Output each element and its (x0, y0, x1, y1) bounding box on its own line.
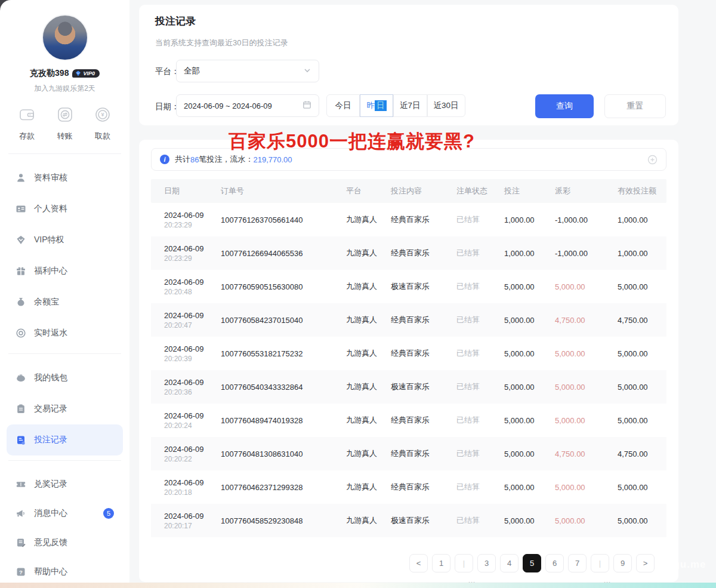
sidebar-item-help-center[interactable]: ? 帮助中心 (7, 557, 123, 586)
order-number: 1007760489474019328 (221, 416, 346, 425)
page-button-9[interactable]: 9 (613, 554, 632, 572)
table-row: 2024-06-0920:20:17 1007760458529230848 九… (151, 504, 666, 537)
withdraw-icon: ¥ (94, 106, 112, 126)
sidebar-item-prize-records[interactable]: 兑奖记录 (7, 469, 123, 498)
join-days-text: 加入九游娱乐第2天 (0, 84, 129, 94)
range-7days-button[interactable]: 近7日 (393, 94, 427, 117)
table-row: 2024-06-0920:23:29 1007761266944065536 九… (151, 236, 666, 270)
range-yesterday-button[interactable]: 昨日 (360, 94, 393, 117)
payout-value: 5,000.00 (555, 383, 618, 392)
query-button[interactable]: 查询 (535, 94, 594, 118)
date-range-shortcuts: 今日 昨日 近7日 近30日 (326, 94, 465, 117)
page-button-3[interactable]: 3 (477, 554, 496, 572)
range-30days-button[interactable]: 近30日 (427, 94, 465, 117)
status-badge: 已结算 (456, 348, 504, 359)
quick-actions: 存款 转账 ¥ 取款 (0, 94, 129, 141)
jump-next-ellipsis-button[interactable]: | (591, 554, 609, 572)
order-number: 1007761263705661440 (221, 216, 346, 224)
sidebar-item-personal-info[interactable]: 个人资料 (7, 193, 123, 224)
sidebar-item-transaction-records[interactable]: 交易记录 (7, 393, 123, 424)
vip-diamond-icon (16, 235, 26, 245)
table-body: 2024-06-0920:23:29 1007761263705661440 九… (151, 203, 666, 537)
pagination: < 1 | 3 4 5 6 7 | 9 > (409, 554, 655, 572)
range-today-button[interactable]: 今日 (326, 94, 360, 117)
vip-badge: VIP0 (72, 69, 100, 78)
sidebar-item-yuebao[interactable]: 余额宝 (7, 287, 123, 318)
profile-section: 克孜勒398 VIP0 加入九游娱乐第2天 (0, 0, 129, 94)
page-button-6[interactable]: 6 (545, 554, 564, 572)
col-platform: 平台 (346, 186, 391, 196)
svg-text:¥: ¥ (101, 112, 104, 118)
expand-circle-plus-icon[interactable] (647, 155, 658, 165)
divider (8, 153, 121, 154)
col-content: 投注内容 (391, 186, 456, 196)
prev-page-button[interactable]: < (409, 554, 428, 572)
order-number: 1007760481308631040 (221, 450, 346, 458)
col-date: 日期 (164, 186, 221, 196)
col-payout: 派彩 (555, 186, 618, 196)
status-badge: 已结算 (456, 214, 504, 225)
withdraw-button[interactable]: ¥ 取款 (94, 106, 112, 141)
transaction-icon (16, 404, 26, 414)
page-button-7[interactable]: 7 (568, 554, 587, 572)
avatar (42, 14, 88, 61)
help-icon: ? (16, 567, 26, 577)
payout-value: 5,000.00 (555, 349, 618, 358)
jump-prev-ellipsis-button[interactable]: | (455, 554, 473, 572)
page-button-4[interactable]: 4 (500, 554, 519, 572)
summary-amount: 219,770.00 (253, 155, 292, 164)
status-badge: 已结算 (456, 381, 504, 392)
bet-record-icon (16, 435, 26, 445)
payout-value: 4,750.00 (555, 316, 618, 325)
sidebar-item-message-center[interactable]: 消息中心 5 (7, 498, 123, 528)
col-status: 注单状态 (456, 186, 504, 196)
order-number: 1007760458529230848 (221, 516, 346, 525)
order-number: 1007761266944065536 (221, 249, 346, 258)
deposit-button[interactable]: 存款 (18, 106, 36, 141)
sidebar-item-my-wallet[interactable]: 我的钱包 (7, 362, 123, 393)
sidebar-item-vip-privileges[interactable]: VIP特权 (7, 224, 123, 255)
payout-value: 5,000.00 (555, 416, 618, 425)
page-button-5-active[interactable]: 5 (523, 554, 541, 572)
sidebar-item-welfare-center[interactable]: 福利中心 (7, 255, 123, 287)
table-header-row: 日期 订单号 平台 投注内容 注单状态 投注 派彩 有效投注额 (151, 179, 666, 203)
divider (8, 353, 121, 354)
payout-value: 4,750.00 (555, 450, 618, 458)
date-range-input[interactable]: 2024-06-09 ~ 2024-06-09 (176, 94, 319, 117)
calendar-icon (303, 100, 311, 111)
sidebar-item-feedback[interactable]: 意见反馈 (7, 528, 123, 557)
transfer-icon (56, 106, 74, 126)
feedback-icon (16, 537, 26, 548)
status-badge: 已结算 (456, 281, 504, 292)
filter-card: 投注记录 当前系统支持查询最近30日的投注记录 平台： 全部 日期： 2024-… (139, 5, 678, 125)
money-bag-icon (16, 297, 26, 307)
order-number: 1007760540343332864 (221, 383, 346, 392)
date-range-value: 2024-06-09 ~ 2024-06-09 (184, 101, 272, 110)
table-row: 2024-06-0920:20:48 1007760590515630080 九… (151, 270, 666, 303)
vip-diamond-icon (75, 70, 81, 76)
order-number: 1007760553182175232 (221, 349, 346, 358)
transfer-button[interactable]: 转账 (56, 106, 74, 141)
svg-text:?: ? (19, 568, 23, 575)
info-icon: i (160, 155, 169, 164)
sidebar-item-realtime-rebate[interactable]: 实时返水 (7, 318, 123, 349)
status-badge: 已结算 (456, 515, 504, 526)
sidebar-item-data-review[interactable]: 资料审核 (7, 162, 123, 193)
platform-select[interactable]: 全部 (176, 60, 319, 82)
payout-value: 5,000.00 (555, 483, 618, 492)
page-button-1[interactable]: 1 (432, 554, 450, 572)
order-number: 1007760584237015040 (221, 316, 346, 325)
username: 克孜勒398 (30, 68, 69, 79)
next-page-button[interactable]: > (636, 554, 655, 572)
reset-button[interactable]: 重置 (604, 94, 666, 118)
status-badge: 已结算 (456, 315, 504, 325)
gift-icon (16, 266, 26, 276)
sidebar-item-betting-records[interactable]: 投注记录 (7, 424, 123, 455)
bottom-gradient-strip (0, 583, 716, 588)
rebate-icon (16, 328, 26, 338)
table-row: 2024-06-0920:20:36 1007760540343332864 九… (151, 370, 666, 404)
summary-middle: 笔投注，流水： (199, 154, 253, 165)
user-check-icon (16, 173, 26, 183)
betting-records-card: i 共计86笔投注，流水：219,770.00 日期 订单号 平台 投注内容 注… (139, 140, 678, 582)
deposit-wallet-icon (18, 106, 36, 126)
